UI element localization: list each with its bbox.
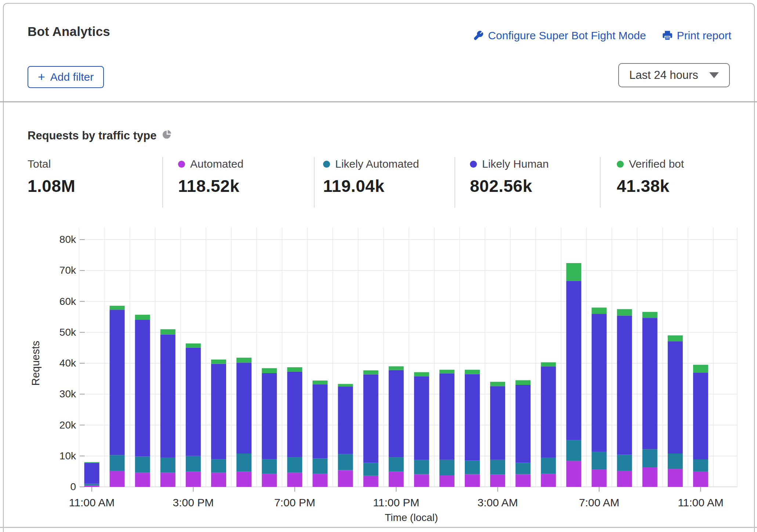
configure-super-bot-fight-mode-link[interactable]: Configure Super Bot Fight Mode: [473, 29, 646, 42]
pie-chart-icon: [162, 129, 172, 142]
stat-divider: [600, 157, 601, 208]
section-title-text: Requests by traffic type: [28, 129, 156, 142]
stat-likely-human: Likely Human 802.56k: [470, 158, 549, 196]
add-filter-label: Add filter: [50, 71, 94, 83]
page-title: Bot Analytics: [28, 24, 110, 39]
bot-analytics-page: Bot Analytics Configure Super Bot Fight …: [0, 0, 757, 532]
chevron-down-icon: [709, 72, 719, 78]
stat-divider: [454, 157, 455, 208]
section-title: Requests by traffic type: [28, 129, 172, 142]
time-range-value: Last 24 hours: [629, 69, 698, 82]
stat-total: Total 1.08M: [28, 158, 75, 196]
stat-automated-label: Automated: [190, 158, 243, 170]
stat-verified-bot: Verified bot 41.38k: [617, 158, 684, 196]
printer-icon: [662, 30, 673, 41]
stat-total-value: 1.08M: [28, 176, 75, 196]
print-report-link[interactable]: Print report: [662, 29, 731, 42]
print-link-label: Print report: [677, 29, 731, 42]
bottom-divider: [0, 527, 757, 528]
stat-likely-automated: Likely Automated 119.04k: [323, 158, 419, 196]
likely-human-legend-dot: [470, 161, 477, 168]
automated-legend-dot: [178, 161, 185, 168]
wrench-icon: [473, 30, 483, 41]
stat-likely-human-label: Likely Human: [482, 158, 549, 170]
configure-link-label: Configure Super Bot Fight Mode: [488, 29, 646, 42]
likely-automated-legend-dot: [323, 161, 330, 168]
verified-bot-legend-dot: [617, 161, 624, 168]
stat-likely-automated-value: 119.04k: [323, 176, 419, 196]
stat-likely-automated-label: Likely Automated: [335, 158, 419, 170]
time-range-dropdown[interactable]: Last 24 hours: [618, 63, 730, 87]
stat-likely-human-value: 802.56k: [470, 176, 549, 196]
stat-verified-bot-label: Verified bot: [629, 158, 684, 170]
stat-divider: [314, 157, 315, 208]
add-filter-button[interactable]: + Add filter: [28, 66, 104, 88]
stat-divider: [162, 157, 163, 208]
header-actions: Configure Super Bot Fight Mode Print rep…: [473, 29, 731, 42]
stat-verified-bot-value: 41.38k: [617, 176, 684, 196]
stat-automated: Automated 118.52k: [178, 158, 243, 196]
header-divider: [0, 101, 757, 102]
stat-automated-value: 118.52k: [178, 176, 243, 196]
plus-icon: +: [38, 70, 45, 83]
stat-total-label: Total: [28, 158, 51, 170]
